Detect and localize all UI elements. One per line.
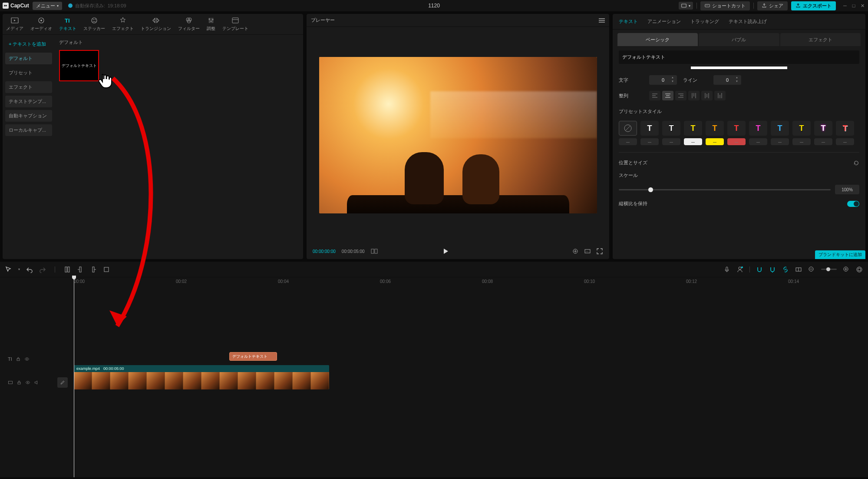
- fullscreen-icon[interactable]: [596, 248, 603, 255]
- preset-bg-11[interactable]: —: [836, 138, 854, 145]
- voice-icon[interactable]: [736, 266, 743, 273]
- preset-outline[interactable]: T: [662, 121, 680, 136]
- align-right-button[interactable]: [675, 91, 686, 100]
- timeline-ruler[interactable]: 00:00 00:02 00:04 00:06 00:08 00:10 00:1…: [74, 277, 868, 288]
- text-track-icon[interactable]: TI: [8, 356, 12, 362]
- scale-slider[interactable]: [619, 189, 831, 190]
- preview-mode-icon[interactable]: [795, 266, 802, 273]
- preview-viewport[interactable]: [307, 27, 609, 243]
- align-center-button[interactable]: [662, 91, 673, 100]
- preset-orange[interactable]: T: [706, 121, 724, 136]
- scale-value[interactable]: 100%: [835, 185, 859, 194]
- eye-icon[interactable]: [25, 380, 30, 385]
- line-spacing-input[interactable]: 0▲▼: [713, 75, 741, 85]
- share-button[interactable]: シェア: [757, 1, 788, 10]
- zoom-slider[interactable]: [821, 269, 837, 270]
- tab-adjust[interactable]: 調整: [203, 17, 219, 32]
- ratio-icon[interactable]: ⋯: [584, 248, 591, 255]
- prop-tab-tracking[interactable]: トラッキング: [690, 18, 719, 25]
- preset-bg-9[interactable]: —: [792, 138, 811, 145]
- preset-blue[interactable]: T: [771, 121, 789, 136]
- preset-bg-8[interactable]: —: [771, 138, 789, 145]
- video-clip[interactable]: example.mp4 00:00:05:00: [74, 365, 329, 389]
- crop-icon[interactable]: [103, 266, 110, 273]
- export-button[interactable]: エクスポート: [791, 1, 836, 10]
- preset-bg-3[interactable]: —: [662, 138, 680, 145]
- default-text-thumb[interactable]: デフォルトテキスト: [59, 50, 99, 81]
- prop-tab-animation[interactable]: アニメーション: [647, 18, 681, 25]
- align-top-button[interactable]: [688, 91, 700, 100]
- eye-icon[interactable]: [24, 356, 30, 362]
- mic-icon[interactable]: [723, 266, 730, 273]
- preset-bg-1[interactable]: —: [619, 138, 637, 145]
- shortcut-button[interactable]: ショートカット: [700, 1, 750, 10]
- preview-menu-icon[interactable]: [599, 18, 605, 23]
- preset-none[interactable]: [619, 121, 637, 136]
- preset-white[interactable]: T: [640, 121, 659, 136]
- compare-icon[interactable]: [371, 248, 378, 255]
- undo-icon[interactable]: [26, 266, 33, 273]
- subtab-basic[interactable]: ベーシック: [617, 33, 698, 46]
- track-edit-button[interactable]: [57, 377, 68, 388]
- reset-pos-icon[interactable]: [853, 160, 859, 166]
- sidebar-item-effect[interactable]: エフェクト: [5, 81, 52, 93]
- align-middle-button[interactable]: [701, 91, 713, 100]
- preset-neon[interactable]: T: [814, 121, 832, 136]
- tab-effect[interactable]: エフェクト: [109, 17, 137, 32]
- tab-media[interactable]: メディア: [3, 17, 27, 32]
- tab-filter[interactable]: フィルター: [175, 17, 203, 32]
- aspect-lock-toggle[interactable]: [847, 201, 859, 207]
- redo-icon[interactable]: [39, 266, 46, 273]
- preset-yellow[interactable]: T: [684, 121, 702, 136]
- preset-red-outline[interactable]: T: [836, 121, 854, 136]
- close-button[interactable]: ✕: [859, 3, 865, 9]
- prop-tab-tts[interactable]: テキスト読み上げ: [729, 18, 767, 25]
- sidebar-item-default[interactable]: デフォルト: [5, 53, 52, 64]
- brand-kit-button[interactable]: ブランドキットに追加: [815, 250, 865, 259]
- subtab-bubble[interactable]: バブル: [699, 33, 779, 46]
- subtab-effect[interactable]: エフェクト: [780, 33, 861, 46]
- tab-sticker[interactable]: ステッカー: [80, 17, 109, 32]
- mute-icon[interactable]: [34, 380, 39, 385]
- tab-transition[interactable]: トランジション: [137, 17, 175, 32]
- add-text-button[interactable]: + テキストを追加: [5, 38, 52, 50]
- lock-icon[interactable]: [17, 380, 22, 385]
- align-left-button[interactable]: [649, 91, 660, 100]
- tab-text[interactable]: TIテキスト: [56, 17, 80, 32]
- selection-tool-icon[interactable]: [5, 266, 12, 273]
- link-icon[interactable]: [782, 266, 789, 273]
- playhead[interactable]: [74, 277, 74, 477]
- sidebar-item-auto-caption[interactable]: 自動キャプション: [5, 110, 52, 122]
- aspect-button[interactable]: ▾: [679, 2, 693, 10]
- sidebar-item-local-caption[interactable]: ローカルキャプ...: [5, 124, 52, 136]
- preset-pink[interactable]: T: [749, 121, 767, 136]
- tab-template[interactable]: テンプレート: [219, 17, 252, 32]
- minimize-button[interactable]: ─: [842, 3, 848, 9]
- play-button[interactable]: [442, 248, 449, 255]
- maximize-button[interactable]: □: [851, 3, 857, 9]
- preset-bg-7[interactable]: —: [749, 138, 767, 145]
- zoom-in-icon[interactable]: [843, 266, 850, 273]
- zoom-fit-icon[interactable]: [856, 266, 863, 273]
- preset-bg-6[interactable]: —: [727, 138, 746, 145]
- sidebar-item-preset[interactable]: プリセット: [5, 67, 52, 79]
- magnet-main-icon[interactable]: [756, 266, 763, 273]
- magnet-track-icon[interactable]: [769, 266, 776, 273]
- video-track-icon[interactable]: [8, 380, 13, 385]
- preset-bg-10[interactable]: —: [814, 138, 832, 145]
- char-spacing-input[interactable]: 0▲▼: [649, 75, 677, 85]
- preset-red[interactable]: T: [727, 121, 746, 136]
- split-icon[interactable]: [64, 266, 71, 273]
- preset-bg-4[interactable]: —: [684, 138, 702, 145]
- delete-left-icon[interactable]: [77, 266, 84, 273]
- lock-icon[interactable]: [16, 356, 21, 362]
- align-bottom-button[interactable]: [714, 91, 726, 100]
- zoom-out-icon[interactable]: [808, 266, 815, 273]
- reset-zoom-icon[interactable]: [572, 248, 579, 255]
- prop-tab-text[interactable]: テキスト: [619, 18, 638, 25]
- preset-bg-5[interactable]: —: [706, 138, 724, 145]
- tab-audio[interactable]: オーディオ: [27, 17, 56, 32]
- preset-yellow-shadow[interactable]: T: [792, 121, 811, 136]
- sidebar-item-text-template[interactable]: テキストテンプ...: [5, 96, 52, 107]
- text-clip[interactable]: デフォルトテキスト: [229, 352, 277, 361]
